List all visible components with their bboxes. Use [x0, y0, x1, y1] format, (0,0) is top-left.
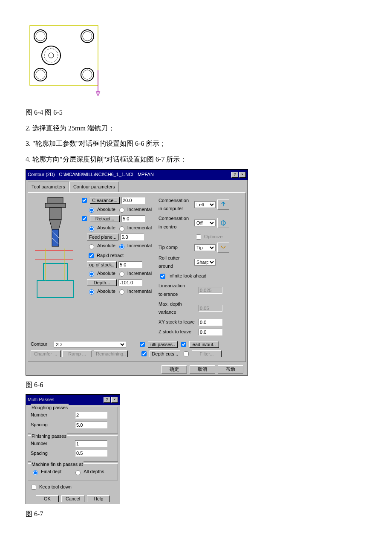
finish-number-label: Number	[31, 439, 73, 448]
svg-rect-16	[49, 208, 61, 220]
ramp-button: Ramp ...	[62, 350, 92, 357]
svg-rect-14	[48, 197, 63, 203]
top-of-stock-input[interactable]	[118, 261, 142, 268]
final-depth-radio[interactable]	[33, 470, 38, 475]
text-step-3: 3. "轮廓加工参数"对话框的设置如图 6-6 所示；	[26, 138, 366, 150]
rough-spacing-label: Spacing	[31, 421, 73, 429]
comp-control-select[interactable]: Off	[194, 220, 216, 226]
chamfer-button: Chamfer ...	[31, 350, 61, 357]
max-depth-input	[199, 305, 222, 312]
z-stock-label: Z stock to leave	[159, 328, 197, 336]
retract-input[interactable]	[121, 215, 145, 222]
multi-passes-checkbox[interactable]	[140, 342, 145, 347]
svg-rect-0	[30, 26, 98, 85]
xy-stock-input[interactable]	[199, 319, 222, 326]
ok-button-2[interactable]: OK	[36, 495, 59, 502]
retract-abs-radio[interactable]	[89, 226, 94, 231]
svg-rect-22	[43, 263, 67, 280]
svg-point-9	[42, 46, 61, 65]
infinite-look-checkbox[interactable]	[160, 274, 165, 279]
svg-point-2	[36, 32, 45, 41]
feed-plane-input[interactable]	[120, 234, 144, 240]
titlebar: Contour (2D) - C:\MCAM8\MILL\NCI\CH6_1_1…	[26, 170, 248, 180]
retract-inc-radio[interactable]	[119, 226, 124, 231]
finishing-group: Finishing passes Number Spacing	[28, 435, 118, 462]
svg-point-11	[49, 53, 54, 58]
caption-6-6: 图 6-6	[26, 379, 366, 391]
rough-number-label: Number	[31, 411, 73, 419]
contour-type-select[interactable]: 2D	[54, 341, 126, 348]
clearance-abs-radio[interactable]	[89, 208, 94, 213]
depth-input[interactable]	[118, 279, 142, 286]
svg-point-4	[83, 32, 92, 41]
svg-marker-17	[49, 220, 61, 229]
feed-plane-button[interactable]: Feed plane...	[87, 234, 118, 240]
depth-button[interactable]: Depth...	[87, 279, 117, 286]
clearance-inc-radio[interactable]	[119, 208, 124, 213]
tab-tool-params[interactable]: Tool parameters	[28, 182, 69, 192]
finish-number-input[interactable]	[75, 440, 107, 447]
figure-6-4-6-5	[26, 21, 366, 102]
feed-abs-radio[interactable]	[89, 244, 94, 249]
tip-comp-icon	[217, 243, 229, 253]
tab-contour-params[interactable]: Contour parameters	[69, 182, 119, 192]
rapid-retract-checkbox[interactable]	[89, 253, 94, 258]
dialog-title: Contour (2D) - C:\MCAM8\MILL\NCI\CH6_1_1…	[28, 171, 231, 179]
lead-in-out-checkbox[interactable]	[181, 342, 186, 347]
contour-dialog: Contour (2D) - C:\MCAM8\MILL\NCI\CH6_1_1…	[26, 169, 248, 376]
comp-computer-label: Compensation in computer	[159, 197, 193, 214]
text-step-4: 4. 轮廓方向"分层深度切削"对话框设置如图 6-7 所示；	[26, 153, 366, 166]
contour-type-label: Contour	[31, 340, 52, 349]
clearance-checkbox[interactable]	[82, 198, 87, 203]
close-icon-2[interactable]: ×	[111, 397, 118, 403]
help-button[interactable]: 帮助	[218, 365, 243, 373]
all-depths-radio[interactable]	[75, 470, 81, 475]
clearance-input[interactable]	[121, 197, 145, 204]
tip-comp-select[interactable]: Tip	[194, 244, 216, 251]
finish-spacing-label: Spacing	[31, 449, 73, 458]
svg-rect-15	[45, 203, 66, 208]
depth-abs-radio[interactable]	[89, 289, 94, 295]
svg-point-8	[83, 70, 92, 79]
keep-tool-down-checkbox[interactable]	[31, 485, 36, 490]
cancel-button-2[interactable]: Cancel	[61, 495, 84, 502]
filter-button: Filter...	[192, 350, 222, 357]
z-stock-input[interactable]	[199, 329, 222, 335]
tool-diagram	[31, 195, 78, 338]
top-abs-radio[interactable]	[89, 272, 94, 277]
remachining-button: Remachining..	[94, 350, 128, 357]
finish-spacing-input[interactable]	[75, 450, 107, 457]
retract-checkbox[interactable]	[82, 216, 87, 221]
comp-computer-icon	[217, 199, 229, 210]
top-of-stock-button[interactable]: op of stock..	[87, 261, 117, 268]
multi-passes-button[interactable]: ulti passes..	[148, 341, 178, 348]
filter-checkbox[interactable]	[184, 351, 189, 356]
comp-computer-select[interactable]: Left	[194, 201, 216, 208]
clearance-button[interactable]: Clearance...	[90, 197, 120, 204]
cancel-button[interactable]: 取消	[190, 365, 215, 373]
top-inc-radio[interactable]	[119, 272, 124, 277]
depth-cuts-button[interactable]: Depth cuts...	[150, 350, 180, 357]
help-button-2[interactable]: Help	[87, 495, 110, 502]
help-icon-2[interactable]: ?	[104, 397, 110, 403]
machine-finish-group: Machine finish passes at Final deptAll d…	[28, 463, 118, 480]
depth-inc-radio[interactable]	[119, 289, 124, 295]
multi-passes-dialog: Multi Passes ? × Roughing passes Number …	[26, 394, 120, 504]
svg-rect-18	[52, 229, 59, 246]
lead-in-out-button[interactable]: ead in/out..	[189, 341, 219, 348]
rough-number-input[interactable]	[75, 412, 107, 419]
retract-button[interactable]: Retract...	[90, 215, 120, 222]
optimize-checkbox[interactable]	[196, 234, 201, 240]
close-icon[interactable]: ×	[239, 172, 246, 178]
rough-spacing-input[interactable]	[75, 422, 107, 428]
help-icon[interactable]: ?	[231, 172, 238, 178]
feed-inc-radio[interactable]	[119, 244, 124, 249]
ok-button[interactable]: 确定	[161, 365, 187, 373]
svg-rect-21	[37, 280, 74, 298]
roughing-group: Roughing passes Number Spacing	[28, 407, 118, 434]
linearization-label: Linearization tolerance	[159, 282, 197, 299]
roll-cutter-select[interactable]: Sharp	[194, 259, 216, 266]
contour-diagram	[26, 21, 111, 98]
roll-cutter-label: Roll cutter around	[159, 254, 193, 271]
depth-cuts-checkbox[interactable]	[141, 351, 147, 356]
